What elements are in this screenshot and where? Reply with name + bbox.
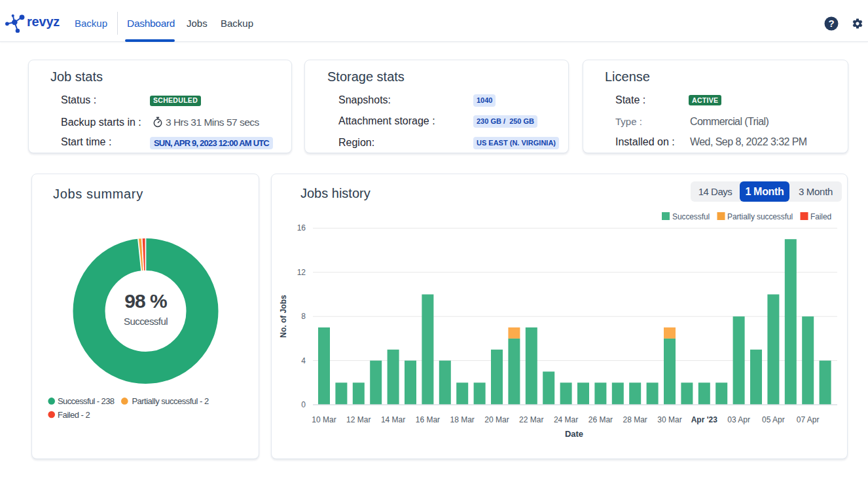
svg-text:30 Mar: 30 Mar [657, 415, 681, 424]
svg-text:24 Mar: 24 Mar [554, 415, 578, 424]
svg-text:Apr '23: Apr '23 [691, 415, 718, 424]
svg-text:12 Mar: 12 Mar [346, 415, 371, 424]
svg-text:28 Mar: 28 Mar [623, 415, 647, 424]
svg-text:Failed - 2: Failed - 2 [58, 410, 90, 420]
svg-text:4: 4 [301, 356, 306, 365]
svg-text:98 %: 98 % [124, 290, 167, 312]
svg-text:Partially successful: Partially successful [727, 212, 793, 221]
svg-text:8: 8 [301, 312, 306, 321]
svg-text:07 Apr: 07 Apr [797, 415, 820, 424]
svg-text:Successful - 238: Successful - 238 [58, 396, 115, 406]
svg-text:22 Mar: 22 Mar [519, 415, 543, 424]
svg-text:12: 12 [297, 268, 306, 277]
svg-text:16: 16 [297, 223, 306, 232]
svg-text:16 Mar: 16 Mar [416, 415, 440, 424]
svg-text:?: ? [828, 18, 834, 29]
svg-text:05 Apr: 05 Apr [762, 415, 785, 424]
svg-text:20 Mar: 20 Mar [484, 415, 509, 424]
svg-text:0: 0 [301, 400, 306, 409]
svg-text:26 Mar: 26 Mar [588, 415, 613, 424]
svg-text:Failed: Failed [810, 212, 831, 221]
svg-text:Date: Date [565, 429, 583, 439]
svg-text:03 Apr: 03 Apr [727, 415, 750, 424]
svg-text:18 Mar: 18 Mar [450, 415, 475, 424]
svg-text:Successful: Successful [124, 316, 168, 327]
svg-text:Partially successful - 2: Partially successful - 2 [132, 396, 209, 406]
svg-text:Successful: Successful [672, 212, 710, 221]
svg-text:10 Mar: 10 Mar [312, 415, 336, 424]
svg-text:14 Mar: 14 Mar [381, 415, 405, 424]
svg-text:No. of Jobs: No. of Jobs [279, 295, 288, 338]
